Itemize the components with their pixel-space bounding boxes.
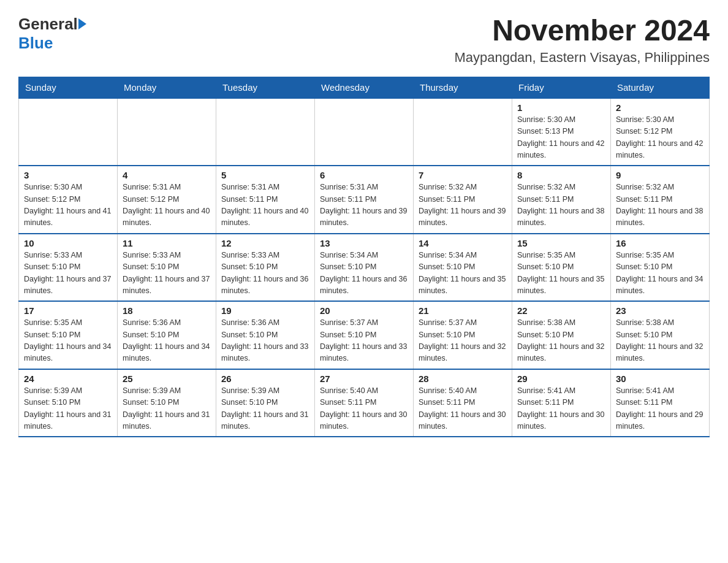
day-number: 8 xyxy=(517,170,605,180)
day-number: 12 xyxy=(221,238,309,248)
day-info: Sunrise: 5:35 AM Sunset: 5:10 PM Dayligh… xyxy=(517,251,604,295)
calendar-week-row: 3Sunrise: 5:30 AM Sunset: 5:12 PM Daylig… xyxy=(19,166,710,234)
calendar-day-cell: 18Sunrise: 5:36 AM Sunset: 5:10 PM Dayli… xyxy=(118,301,216,369)
day-info: Sunrise: 5:40 AM Sunset: 5:11 PM Dayligh… xyxy=(320,386,407,431)
calendar-day-cell: 15Sunrise: 5:35 AM Sunset: 5:10 PM Dayli… xyxy=(512,234,611,302)
day-info: Sunrise: 5:32 AM Sunset: 5:11 PM Dayligh… xyxy=(616,183,703,227)
day-of-week-header: Friday xyxy=(512,77,611,98)
calendar-day-cell: 24Sunrise: 5:39 AM Sunset: 5:10 PM Dayli… xyxy=(19,369,118,437)
calendar-week-row: 10Sunrise: 5:33 AM Sunset: 5:10 PM Dayli… xyxy=(19,234,710,302)
calendar-day-cell: 5Sunrise: 5:31 AM Sunset: 5:11 PM Daylig… xyxy=(216,166,315,234)
day-info: Sunrise: 5:41 AM Sunset: 5:11 PM Dayligh… xyxy=(517,386,604,431)
calendar-day-cell: 9Sunrise: 5:32 AM Sunset: 5:11 PM Daylig… xyxy=(611,166,710,234)
calendar-day-cell: 10Sunrise: 5:33 AM Sunset: 5:10 PM Dayli… xyxy=(19,234,118,302)
day-info: Sunrise: 5:35 AM Sunset: 5:10 PM Dayligh… xyxy=(24,318,111,362)
day-number: 16 xyxy=(616,238,704,248)
day-number: 13 xyxy=(320,238,408,248)
calendar-day-cell xyxy=(216,98,315,166)
day-info: Sunrise: 5:30 AM Sunset: 5:12 PM Dayligh… xyxy=(24,183,111,227)
calendar-week-row: 1Sunrise: 5:30 AM Sunset: 5:13 PM Daylig… xyxy=(19,98,710,166)
calendar-day-cell: 19Sunrise: 5:36 AM Sunset: 5:10 PM Dayli… xyxy=(216,301,315,369)
day-of-week-header: Wednesday xyxy=(315,77,414,98)
logo-blue-text: Blue xyxy=(18,34,53,53)
day-info: Sunrise: 5:36 AM Sunset: 5:10 PM Dayligh… xyxy=(221,318,308,362)
calendar-day-cell: 4Sunrise: 5:31 AM Sunset: 5:12 PM Daylig… xyxy=(118,166,216,234)
day-of-week-header: Monday xyxy=(118,77,216,98)
logo-general-text: General xyxy=(18,15,78,34)
day-number: 27 xyxy=(320,373,408,384)
day-number: 1 xyxy=(517,102,605,113)
day-info: Sunrise: 5:33 AM Sunset: 5:10 PM Dayligh… xyxy=(221,251,308,295)
calendar-day-cell: 12Sunrise: 5:33 AM Sunset: 5:10 PM Dayli… xyxy=(216,234,315,302)
calendar-day-cell: 23Sunrise: 5:38 AM Sunset: 5:10 PM Dayli… xyxy=(611,301,710,369)
calendar-day-cell: 8Sunrise: 5:32 AM Sunset: 5:11 PM Daylig… xyxy=(512,166,611,234)
day-info: Sunrise: 5:37 AM Sunset: 5:10 PM Dayligh… xyxy=(320,318,407,362)
day-number: 22 xyxy=(517,305,605,316)
day-info: Sunrise: 5:31 AM Sunset: 5:12 PM Dayligh… xyxy=(123,183,210,227)
day-info: Sunrise: 5:39 AM Sunset: 5:10 PM Dayligh… xyxy=(24,386,111,431)
calendar-day-cell: 2Sunrise: 5:30 AM Sunset: 5:12 PM Daylig… xyxy=(611,98,710,166)
day-number: 3 xyxy=(24,170,112,180)
day-info: Sunrise: 5:32 AM Sunset: 5:11 PM Dayligh… xyxy=(419,183,506,227)
calendar-day-cell: 17Sunrise: 5:35 AM Sunset: 5:10 PM Dayli… xyxy=(19,301,118,369)
calendar-day-cell: 30Sunrise: 5:41 AM Sunset: 5:11 PM Dayli… xyxy=(611,369,710,437)
day-info: Sunrise: 5:32 AM Sunset: 5:11 PM Dayligh… xyxy=(517,183,604,227)
day-info: Sunrise: 5:33 AM Sunset: 5:10 PM Dayligh… xyxy=(24,251,111,295)
day-number: 26 xyxy=(221,373,309,384)
calendar-day-cell: 13Sunrise: 5:34 AM Sunset: 5:10 PM Dayli… xyxy=(315,234,414,302)
calendar-day-cell xyxy=(414,98,512,166)
logo-arrow-icon xyxy=(78,18,86,29)
day-number: 15 xyxy=(517,238,605,248)
day-number: 4 xyxy=(123,170,211,180)
day-info: Sunrise: 5:31 AM Sunset: 5:11 PM Dayligh… xyxy=(320,183,407,227)
day-info: Sunrise: 5:31 AM Sunset: 5:11 PM Dayligh… xyxy=(221,183,308,227)
day-number: 9 xyxy=(616,170,704,180)
day-info: Sunrise: 5:38 AM Sunset: 5:10 PM Dayligh… xyxy=(616,318,703,362)
day-info: Sunrise: 5:33 AM Sunset: 5:10 PM Dayligh… xyxy=(123,251,210,295)
calendar-day-cell: 14Sunrise: 5:34 AM Sunset: 5:10 PM Dayli… xyxy=(414,234,512,302)
day-number: 6 xyxy=(320,170,408,180)
logo: General Blue xyxy=(18,15,86,53)
calendar-day-cell xyxy=(315,98,414,166)
calendar-day-cell: 16Sunrise: 5:35 AM Sunset: 5:10 PM Dayli… xyxy=(611,234,710,302)
day-info: Sunrise: 5:30 AM Sunset: 5:13 PM Dayligh… xyxy=(517,115,604,159)
day-number: 28 xyxy=(419,373,507,384)
day-of-week-header: Saturday xyxy=(611,77,710,98)
day-number: 17 xyxy=(24,305,112,316)
day-info: Sunrise: 5:40 AM Sunset: 5:11 PM Dayligh… xyxy=(419,386,506,431)
calendar-day-cell: 6Sunrise: 5:31 AM Sunset: 5:11 PM Daylig… xyxy=(315,166,414,234)
day-number: 5 xyxy=(221,170,309,180)
calendar-day-cell: 20Sunrise: 5:37 AM Sunset: 5:10 PM Dayli… xyxy=(315,301,414,369)
location-title: Maypangdan, Eastern Visayas, Philippines xyxy=(454,50,710,66)
day-of-week-header: Tuesday xyxy=(216,77,315,98)
day-info: Sunrise: 5:39 AM Sunset: 5:10 PM Dayligh… xyxy=(123,386,210,431)
day-number: 20 xyxy=(320,305,408,316)
calendar-day-cell xyxy=(118,98,216,166)
month-title: November 2024 xyxy=(454,15,710,47)
day-info: Sunrise: 5:30 AM Sunset: 5:12 PM Dayligh… xyxy=(616,115,703,159)
calendar-week-row: 24Sunrise: 5:39 AM Sunset: 5:10 PM Dayli… xyxy=(19,369,710,437)
day-info: Sunrise: 5:34 AM Sunset: 5:10 PM Dayligh… xyxy=(419,251,506,295)
calendar-day-cell xyxy=(19,98,118,166)
day-number: 29 xyxy=(517,373,605,384)
day-number: 25 xyxy=(123,373,211,384)
day-number: 11 xyxy=(123,238,211,248)
day-info: Sunrise: 5:41 AM Sunset: 5:11 PM Dayligh… xyxy=(616,386,703,431)
day-number: 18 xyxy=(123,305,211,316)
day-number: 30 xyxy=(616,373,704,384)
title-section: November 2024 Maypangdan, Eastern Visaya… xyxy=(454,15,710,66)
calendar-day-cell: 21Sunrise: 5:37 AM Sunset: 5:10 PM Dayli… xyxy=(414,301,512,369)
calendar-day-cell: 22Sunrise: 5:38 AM Sunset: 5:10 PM Dayli… xyxy=(512,301,611,369)
calendar-header-row: SundayMondayTuesdayWednesdayThursdayFrid… xyxy=(19,77,710,98)
day-info: Sunrise: 5:39 AM Sunset: 5:10 PM Dayligh… xyxy=(221,386,308,431)
day-number: 21 xyxy=(419,305,507,316)
calendar-day-cell: 28Sunrise: 5:40 AM Sunset: 5:11 PM Dayli… xyxy=(414,369,512,437)
day-of-week-header: Thursday xyxy=(414,77,512,98)
day-number: 2 xyxy=(616,102,704,113)
calendar-day-cell: 29Sunrise: 5:41 AM Sunset: 5:11 PM Dayli… xyxy=(512,369,611,437)
calendar-day-cell: 25Sunrise: 5:39 AM Sunset: 5:10 PM Dayli… xyxy=(118,369,216,437)
day-number: 24 xyxy=(24,373,112,384)
day-info: Sunrise: 5:38 AM Sunset: 5:10 PM Dayligh… xyxy=(517,318,604,362)
day-info: Sunrise: 5:36 AM Sunset: 5:10 PM Dayligh… xyxy=(123,318,210,362)
day-of-week-header: Sunday xyxy=(19,77,118,98)
